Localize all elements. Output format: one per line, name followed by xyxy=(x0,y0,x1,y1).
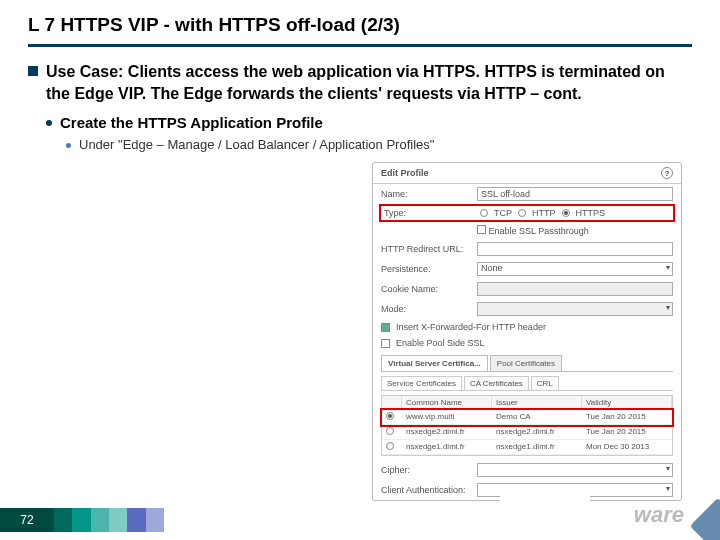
table-row[interactable]: nsxedge1.dimi.fr nsxedge1.dimi.fr Mon De… xyxy=(382,440,672,455)
subtab-ca[interactable]: CA Certificates xyxy=(464,376,529,390)
type-label: Type: xyxy=(384,208,474,218)
dialog-title: Edit Profile xyxy=(381,168,429,178)
tab-virtual-server-cert[interactable]: Virtual Server Certifica... xyxy=(381,355,488,371)
poolssl-checkbox[interactable] xyxy=(381,339,390,348)
passthrough-checkbox[interactable] xyxy=(477,225,486,234)
type-option-http: HTTP xyxy=(532,208,556,218)
row-radio[interactable] xyxy=(386,442,394,450)
name-label: Name: xyxy=(381,189,471,199)
persistence-select[interactable]: None xyxy=(477,262,673,276)
type-radio-tcp[interactable] xyxy=(480,209,488,217)
cell-validity: Tue Jan 20 2015 xyxy=(582,425,672,439)
cell-issuer: Demo CA xyxy=(492,410,582,424)
type-radios: TCP HTTP HTTPS xyxy=(480,208,670,218)
footer-bars xyxy=(54,508,164,532)
th-issuer: Issuer xyxy=(492,396,582,409)
table-row[interactable]: nsxedge2.dimi.fr nsxedge2.dimi.fr Tue Ja… xyxy=(382,425,672,440)
table-row[interactable]: www.vip.multi Demo CA Tue Jan 20 2015 xyxy=(382,410,672,425)
bullet-icon xyxy=(66,143,71,148)
cell-validity: Tue Jan 20 2015 xyxy=(582,410,672,424)
cipher-select[interactable] xyxy=(477,463,673,477)
title-divider xyxy=(28,44,692,47)
cell-cn: nsxedge1.dimi.fr xyxy=(402,440,492,454)
help-icon[interactable]: ? xyxy=(661,167,673,179)
cert-subtabs: Service Certificates CA Certificates CRL xyxy=(381,376,673,391)
bullet-level1: Create the HTTPS Application Profile xyxy=(60,114,323,131)
type-option-tcp: TCP xyxy=(494,208,512,218)
cert-table: Common Name Issuer Validity www.vip.mult… xyxy=(381,395,673,456)
name-input[interactable]: SSL off-load xyxy=(477,187,673,201)
xff-checkbox[interactable] xyxy=(381,323,390,332)
th-cn: Common Name xyxy=(402,396,492,409)
brand-icon xyxy=(690,498,720,540)
type-radio-https[interactable] xyxy=(562,209,570,217)
cell-cn: www.vip.multi xyxy=(402,410,492,424)
bullet-level2: Under "Edge – Manage / Load Balancer / A… xyxy=(79,137,434,152)
cookie-input[interactable] xyxy=(477,282,673,296)
page-number: 72 xyxy=(0,508,54,532)
cert-tabs: Virtual Server Certifica... Pool Certifi… xyxy=(381,355,673,372)
mode-label: Mode: xyxy=(381,304,471,314)
square-bullet-icon xyxy=(28,66,38,76)
subtab-crl[interactable]: CRL xyxy=(531,376,559,390)
client-auth-label: Client Authentication: xyxy=(381,485,471,495)
tab-pool-cert[interactable]: Pool Certificates xyxy=(490,355,562,371)
row-radio[interactable] xyxy=(386,412,394,420)
row-radio[interactable] xyxy=(386,427,394,435)
type-radio-http[interactable] xyxy=(518,209,526,217)
slide-title: L 7 HTTPS VIP - with HTTPS off-load (2/3… xyxy=(28,14,692,36)
redirect-label: HTTP Redirect URL: xyxy=(381,244,471,254)
cell-issuer: nsxedge2.dimi.fr xyxy=(492,425,582,439)
persistence-label: Persistence: xyxy=(381,264,471,274)
brand-text: ware xyxy=(634,502,684,528)
brand-logo: ware xyxy=(500,486,720,540)
th-validity: Validity xyxy=(582,396,672,409)
use-case-text: Use Case: Clients access the web applica… xyxy=(46,61,692,104)
cell-validity: Mon Dec 30 2013 xyxy=(582,440,672,454)
th-select xyxy=(382,396,402,409)
redirect-input[interactable] xyxy=(477,242,673,256)
cipher-label: Cipher: xyxy=(381,465,471,475)
edit-profile-dialog: Edit Profile ? Name: SSL off-load Type: … xyxy=(372,162,682,501)
xff-label: Insert X-Forwarded-For HTTP header xyxy=(396,322,546,332)
mode-select[interactable] xyxy=(477,302,673,316)
cookie-label: Cookie Name: xyxy=(381,284,471,294)
slide-footer: 72 ware xyxy=(0,504,720,540)
cell-cn: nsxedge2.dimi.fr xyxy=(402,425,492,439)
subtab-service[interactable]: Service Certificates xyxy=(381,376,462,390)
cell-issuer: nsxedge1.dimi.fr xyxy=(492,440,582,454)
bullet-icon xyxy=(46,120,52,126)
type-option-https: HTTPS xyxy=(576,208,606,218)
poolssl-label: Enable Pool Side SSL xyxy=(396,338,485,348)
passthrough-label: Enable SSL Passthrough xyxy=(489,226,589,236)
